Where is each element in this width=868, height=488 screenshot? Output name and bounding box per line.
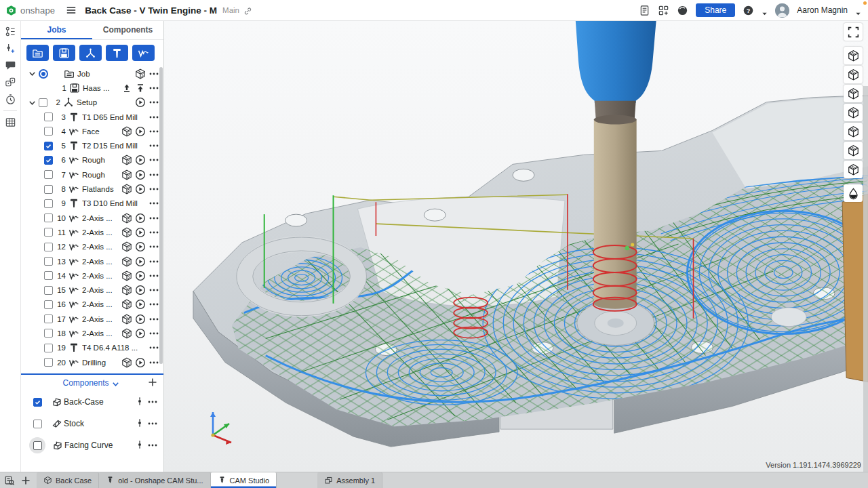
app-store-icon[interactable] [658,5,669,16]
simulate-icon[interactable] [121,328,132,339]
view-cube-button-7[interactable] [844,161,863,178]
visibility-checkbox[interactable] [44,329,53,338]
visibility-checkbox[interactable] [44,127,53,136]
simulate-icon[interactable] [121,155,132,165]
play-button[interactable] [135,256,146,267]
section-drop-button[interactable] [844,184,863,202]
panel-tab-components[interactable]: Components [92,21,163,39]
more-menu-button[interactable] [149,357,159,368]
chevron-down-icon[interactable] [28,69,37,78]
view-cube-button-1[interactable] [844,47,863,64]
workspace-label[interactable]: Main [222,6,239,14]
component-visibility-checkbox[interactable] [33,441,42,450]
play-button[interactable] [135,299,146,310]
chevron-down-icon[interactable] [28,98,37,107]
more-menu-button[interactable] [149,169,159,180]
more-menu-button[interactable] [149,270,159,281]
play-button[interactable] [135,357,146,368]
user-name[interactable]: Aaron Magnin [797,5,848,15]
visibility-checkbox[interactable] [44,257,53,266]
simulate-icon[interactable] [121,314,132,325]
simulate-icon[interactable] [121,227,132,238]
visibility-checkbox[interactable] [44,156,53,165]
more-menu-button[interactable] [149,198,159,209]
tree-row-6[interactable]: 6Rough [21,153,163,167]
tree-row-20[interactable]: 20Drilling [21,355,163,369]
opacity-slider-icon[interactable] [135,396,144,407]
new-tab-button[interactable] [20,475,31,486]
more-menu-button[interactable] [149,285,159,296]
help-icon[interactable]: ? [743,5,754,16]
panel-tab-jobs[interactable]: Jobs [21,21,92,39]
more-menu-button[interactable] [149,68,159,79]
play-button[interactable] [135,184,146,195]
visibility-checkbox[interactable] [44,228,53,237]
tree-row-13[interactable]: 132-Axis ... [21,254,163,268]
play-button[interactable] [135,97,146,108]
go-to-top-icon[interactable] [135,83,146,94]
component-row-back-case[interactable]: Back-Case [21,391,163,413]
more-menu-button[interactable] [149,241,159,252]
play-button[interactable] [135,227,146,238]
components-header[interactable]: Components [21,375,163,391]
more-menu-button[interactable] [147,440,158,451]
operation-button[interactable] [132,45,155,61]
play-button[interactable] [135,241,146,252]
cam-3d-scene[interactable] [164,21,868,472]
more-menu-button[interactable] [147,418,158,429]
tree-row-4[interactable]: 4Face [21,124,163,138]
share-button[interactable]: Share [696,3,735,17]
browse-tabs-icon[interactable] [4,475,15,486]
component-row-stock[interactable]: Stock [21,413,163,434]
visibility-checkbox[interactable] [44,344,53,352]
tree-row-2[interactable]: 2Setup [21,96,163,110]
visibility-checkbox[interactable] [44,170,53,179]
simulate-icon[interactable] [121,213,132,224]
parts-icon[interactable] [5,77,16,88]
more-menu-button[interactable] [149,184,159,195]
visibility-checkbox[interactable] [44,214,53,222]
simulate-icon[interactable] [121,184,132,195]
visibility-checkbox[interactable] [44,300,53,309]
play-button[interactable] [135,328,146,339]
viewport-scrollbar[interactable] [863,86,868,472]
tree-row-15[interactable]: 152-Axis ... [21,283,163,297]
doc-tab-back-case[interactable]: Back Case [37,472,99,488]
view-cube-button-5[interactable] [844,123,863,140]
more-menu-button[interactable] [149,140,159,151]
visibility-checkbox[interactable] [44,314,53,323]
machine-button[interactable] [53,45,75,61]
simulate-icon[interactable] [135,68,146,79]
cam-3d-viewport[interactable]: Version 1.191.1474.3969229 [164,21,868,472]
visibility-checkbox[interactable] [44,185,53,194]
doc-tab-assembly-1[interactable]: Assembly 1 [317,472,382,488]
simulate-icon[interactable] [121,126,132,137]
visibility-checkbox[interactable] [39,98,47,107]
more-menu-button[interactable] [149,256,159,267]
visibility-checkbox[interactable] [44,199,53,208]
job-tree-icon[interactable] [5,26,16,37]
visibility-checkbox[interactable] [44,142,53,150]
more-menu-button[interactable] [149,213,159,224]
play-button[interactable] [135,213,146,224]
tables-icon[interactable] [5,117,16,128]
configurations-icon[interactable] [5,43,16,54]
visibility-checkbox[interactable] [44,113,53,121]
opacity-slider-icon[interactable] [135,418,144,429]
simulate-icon[interactable] [121,285,132,296]
tree-row-3[interactable]: 3T1 D65 End Mill [21,110,163,124]
main-menu-icon[interactable] [66,5,77,16]
tree-row-9[interactable]: 9T3 D10 End Mill [21,197,163,211]
visibility-checkbox[interactable] [44,243,53,251]
tool-button[interactable] [106,45,128,61]
simulate-icon[interactable] [121,169,132,180]
play-button[interactable] [135,169,146,180]
active-job-radio[interactable] [39,69,48,79]
more-menu-button[interactable] [149,126,159,137]
tree-row-18[interactable]: 182-Axis ... [21,326,163,340]
setup-button[interactable] [79,45,102,61]
help-caret-icon[interactable] [762,7,768,14]
component-row-facing-curve[interactable]: Facing Curve [21,434,163,456]
avatar[interactable] [775,3,789,18]
view-cube-button-2[interactable] [844,66,863,83]
